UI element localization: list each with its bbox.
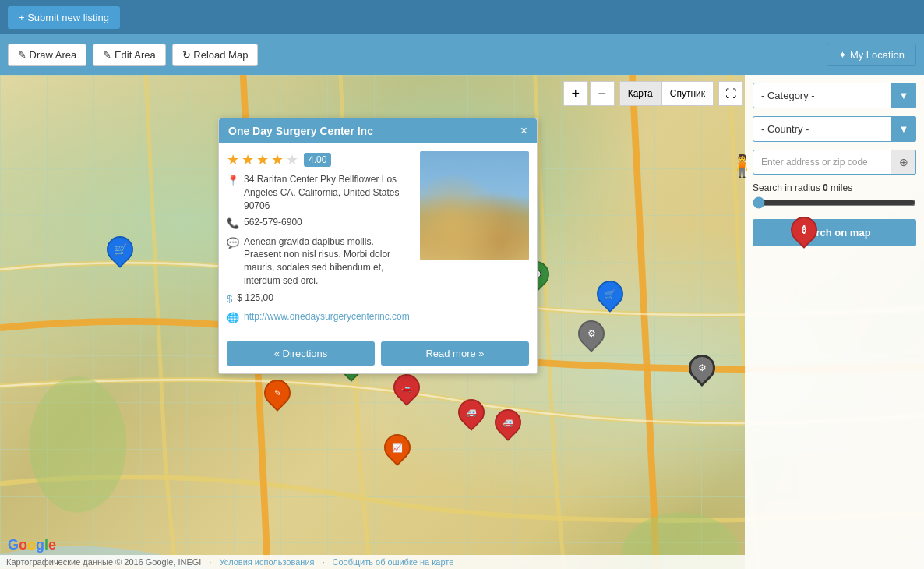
popup-title: One Day Surgery Center Inc [228,125,373,137]
top-bar: + Submit new listing [0,0,924,34]
popup-description: Aenean gravida dapibus mollis. Praesent … [244,235,412,288]
popup-image-inner [420,151,529,260]
zoom-out-button[interactable]: − [590,81,615,106]
google-e: e [48,537,56,553]
google-g: G [8,537,19,553]
map-footer: Картографические данные © 2016 Google, I… [0,555,745,569]
map-pin[interactable]: ✎ [264,380,291,406]
popup-image [420,151,529,260]
popup-header: One Day Surgery Center Inc × [219,118,537,143]
popup-stars: ★ ★ ★ ★ ★ 4.00 [227,151,412,168]
address-input-wrapper: ⊕ [753,150,916,175]
map-type-satellite-button[interactable]: Спутник [661,81,714,106]
right-panel: - Category - ▼ - Country - ▼ ⊕ Search in… [745,75,924,569]
category-filter-wrapper: - Category - ▼ [753,83,916,108]
google-g2: g [36,537,44,553]
map-toolbar: ✎ Draw Area ✎ Edit Area ↻ Reload Map ✦ M… [0,34,924,75]
popup-body: ★ ★ ★ ★ ★ 4.00 📍 34 Raritan Center Pky B… [219,143,537,337]
star-1: ★ [227,151,239,168]
google-logo: Google [8,537,56,553]
popup-actions: « Directions Read more » [219,337,537,373]
map-type-buttons: Карта Спутник [619,81,714,106]
popup-address-row: 📍 34 Raritan Center Pky Bellflower Los A… [227,173,412,212]
map-pin[interactable]: ⚙ [578,320,605,347]
map-pin[interactable]: 🚑 [495,409,521,436]
my-location-button[interactable]: ✦ My Location [827,44,916,66]
location-icon: 📍 [227,174,239,188]
address-target-button[interactable]: ⊕ [891,150,916,175]
main-container: 🛒 ₿ 💬 🛒 ₿ [0,75,924,569]
map-pin[interactable]: 🛒 [597,281,623,307]
svg-point-0 [29,376,126,513]
map-overlay-controls: + − Карта Спутник ⛶ [563,81,743,106]
street-view-icon[interactable]: 🧍 [728,153,756,178]
fullscreen-button[interactable]: ⛶ [718,81,743,106]
google-o2: o [27,537,36,553]
report-link[interactable]: Сообщить об ошибке на карте [333,557,454,567]
terms-link[interactable]: Условия использования [219,557,314,567]
map-pin[interactable]: 🛒 [107,236,133,263]
map-type-map-button[interactable]: Карта [619,81,661,106]
footer-separator: · [209,557,211,567]
edit-area-button[interactable]: ✎ Edit Area [93,44,165,66]
read-more-button[interactable]: Read more » [381,341,529,366]
draw-area-button[interactable]: ✎ Draw Area [8,44,86,66]
search-map-button[interactable]: Search on map [753,219,916,246]
radius-label: Search in radius 0 miles [753,182,916,193]
popup-description-row: 💬 Aenean gravida dapibus mollis. Praesen… [227,235,412,288]
info-popup: One Day Surgery Center Inc × ★ ★ ★ ★ ★ 4… [218,118,538,374]
map-pin[interactable]: 📈 [384,434,411,461]
phone-icon: 📞 [227,217,239,231]
popup-website-row[interactable]: 🌐 http://www.onedaysurgerycenterinc.com [227,310,412,325]
radius-slider[interactable] [753,196,916,209]
directions-button[interactable]: « Directions [227,341,375,366]
submit-listing-button[interactable]: + Submit new listing [8,6,120,29]
map-copyright: Картографические данные © 2016 Google, I… [6,557,201,567]
star-5: ★ [286,151,298,168]
map-pin[interactable]: ⚙ [689,355,715,381]
popup-website-link[interactable]: http://www.onedaysurgerycenterinc.com [244,310,410,323]
star-4: ★ [271,151,284,168]
map-pin[interactable]: ₿ [791,217,817,243]
popup-address: 34 Raritan Center Pky Bellflower Los Ang… [244,173,412,212]
popup-info: ★ ★ ★ ★ ★ 4.00 📍 34 Raritan Center Pky B… [227,151,412,329]
google-o1: o [19,537,27,553]
popup-phone-row: 📞 562-579-6900 [227,216,412,231]
popup-price-row: $ $ 125,00 [227,292,412,306]
comment-icon: 💬 [227,236,239,250]
radius-container: Search in radius 0 miles [753,182,916,211]
country-select[interactable]: - Country - [753,116,916,142]
star-3: ★ [256,151,269,168]
footer-separator2: · [323,557,325,567]
reload-map-button[interactable]: ↻ Reload Map [172,44,259,66]
radius-value: 0 [823,182,828,193]
globe-icon: 🌐 [227,311,239,325]
map-pin[interactable]: 🚗 [393,374,420,401]
rating-badge: 4.00 [304,153,331,167]
country-filter-wrapper: - Country - ▼ [753,116,916,142]
price-icon: $ [227,292,232,306]
popup-price: $ 125,00 [237,292,273,305]
category-select[interactable]: - Category - [753,83,916,108]
map-pin[interactable]: 🚑 [458,399,485,426]
star-2: ★ [242,151,254,168]
popup-close-button[interactable]: × [520,125,527,137]
zoom-in-button[interactable]: + [563,81,588,106]
popup-phone: 562-579-6900 [244,216,302,229]
